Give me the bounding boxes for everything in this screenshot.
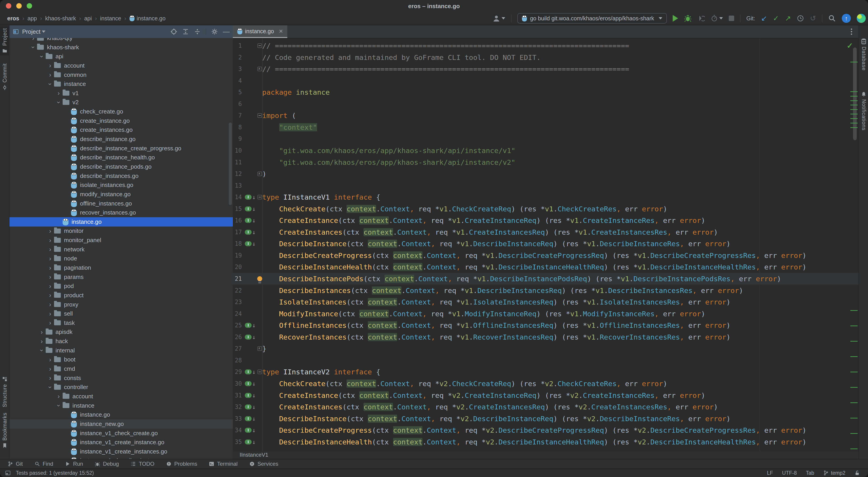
debug-button[interactable] — [684, 14, 692, 22]
implemented-interface-icon[interactable]: I — [245, 206, 252, 211]
intention-lightbulb-icon[interactable] — [257, 276, 262, 281]
status-widget-temp2[interactable]: temp2 — [823, 470, 845, 476]
editor-scrollbar[interactable] — [853, 48, 857, 140]
chevron-expanded-icon[interactable]: › — [46, 383, 54, 391]
tree-item-monitor-panel[interactable]: ›monitor_panel — [9, 236, 233, 245]
tree-item-product[interactable]: ›product — [9, 291, 233, 300]
implemented-interface-icon[interactable]: I — [245, 440, 252, 444]
tool-window-button-find[interactable]: Find — [35, 461, 53, 467]
stripe-mark[interactable] — [850, 310, 858, 311]
run-configuration-select[interactable]: go build git.woa.com/khaos/eros/app/khao… — [518, 13, 667, 24]
code-line-16[interactable]: 16I↓ CreateInstance(ctx context.Context,… — [233, 214, 859, 226]
chevron-collapsed-icon[interactable]: › — [29, 38, 37, 42]
code-line-19[interactable]: 19 DescribeCreateProgress(ctx context.Co… — [233, 249, 859, 261]
implemented-interface-icon[interactable]: I — [245, 393, 252, 398]
fold-marker-icon[interactable] — [257, 43, 262, 48]
chevron-collapsed-icon[interactable]: › — [38, 328, 46, 336]
chevron-collapsed-icon[interactable]: › — [46, 237, 54, 244]
chevron-collapsed-icon[interactable]: › — [46, 365, 54, 372]
stripe-mark[interactable] — [850, 96, 858, 96]
expand-all-icon[interactable] — [182, 28, 189, 35]
tree-item-monitor[interactable]: ›monitor — [9, 226, 233, 236]
search-everywhere-icon[interactable] — [828, 14, 836, 22]
tree-item-instance-v1-describe-instance-go[interactable]: instance_v1_describe_instance.go — [9, 456, 233, 459]
chevron-expanded-icon[interactable]: › — [30, 43, 37, 51]
status-widget-lock[interactable] — [855, 470, 860, 476]
tree-item-boot[interactable]: ›boot — [9, 355, 233, 364]
code-line-33[interactable]: 33I↓ DescribeInstance(ctx context.Contex… — [233, 413, 859, 424]
tool-window-button-problems[interactable]: Problems — [166, 461, 197, 467]
stripe-mark[interactable] — [850, 418, 858, 418]
chevron-collapsed-icon[interactable]: › — [46, 62, 54, 69]
fold-marker-icon[interactable] — [257, 67, 262, 71]
tree-item-proxy[interactable]: ›proxy — [9, 300, 233, 309]
implemented-interface-icon[interactable]: I — [245, 416, 252, 421]
locate-file-icon[interactable] — [170, 28, 177, 35]
tree-item-modify-instance-go[interactable]: modify_instance.go — [9, 190, 233, 199]
code-line-20[interactable]: 20 DescribeInstanceHealth(ctx context.Co… — [233, 261, 859, 273]
gear-icon[interactable] — [211, 28, 218, 35]
implemented-interface-icon[interactable]: I — [245, 218, 252, 223]
code-line-23[interactable]: 23 IsolateInstances(ctx context.Context,… — [233, 296, 859, 308]
stripe-mark[interactable] — [850, 105, 858, 106]
project-panel-header[interactable]: Project — — [9, 25, 233, 38]
git-update-icon[interactable]: ↙ — [761, 15, 767, 22]
code-line-13[interactable]: 13 — [233, 180, 859, 191]
tree-item-describe-instance-go[interactable]: describe_instance.go — [9, 135, 233, 144]
chevron-expanded-icon[interactable]: › — [46, 80, 54, 88]
status-widget-utf-8[interactable]: UTF-8 — [782, 470, 797, 476]
layout-icon[interactable] — [5, 470, 11, 476]
tree-item-account[interactable]: ›account — [9, 61, 233, 70]
sidebar-item-bookmarks[interactable]: Bookmarks — [0, 411, 9, 450]
code-line-21[interactable]: 21 DescribeInstancePods(ctx context.Cont… — [233, 273, 859, 285]
run-button[interactable] — [673, 15, 678, 22]
stripe-mark[interactable] — [850, 403, 858, 403]
code-line-7[interactable]: 7import ( — [233, 110, 859, 121]
profiler-button[interactable] — [711, 15, 723, 22]
fold-marker-icon[interactable] — [257, 113, 262, 118]
code-line-1[interactable]: 1// ====================================… — [233, 40, 859, 52]
status-widget-tab[interactable]: Tab — [806, 470, 814, 476]
tree-item-khaos-qty[interactable]: ›khaos-qty — [9, 38, 233, 43]
code-line-24[interactable]: 24 ModifyInstance(ctx context.Context, r… — [233, 308, 859, 320]
chevron-collapsed-icon[interactable]: › — [46, 319, 54, 326]
breadcrumb-item[interactable]: instance — [100, 15, 121, 22]
stripe-mark[interactable] — [850, 127, 858, 128]
chevron-collapsed-icon[interactable]: › — [46, 282, 54, 290]
code-line-34[interactable]: 34I↓ DescribeCreateProgress(ctx context.… — [233, 424, 859, 436]
implemented-interface-icon[interactable]: I — [245, 230, 252, 235]
hide-panel-icon[interactable]: — — [223, 28, 230, 35]
chevron-collapsed-icon[interactable]: › — [46, 375, 54, 382]
chevron-collapsed-icon[interactable]: › — [38, 338, 46, 345]
stripe-mark[interactable] — [850, 62, 858, 62]
stripe-mark[interactable] — [850, 341, 858, 341]
code-line-32[interactable]: 32I↓ CreateInstances(ctx context.Context… — [233, 401, 859, 413]
code-line-2[interactable]: 2// Code generated and maintained by GoF… — [233, 52, 859, 63]
tree-item-node[interactable]: ›node — [9, 254, 233, 263]
history-clock-icon[interactable] — [797, 15, 804, 22]
tree-item-describe-instances-go[interactable]: describe_instances.go — [9, 171, 233, 181]
chevron-collapsed-icon[interactable]: › — [46, 292, 54, 299]
status-widget-lf[interactable]: LF — [767, 470, 773, 476]
chevron-collapsed-icon[interactable]: › — [46, 246, 54, 253]
tool-window-button-services[interactable]: Services — [249, 461, 278, 467]
stripe-mark[interactable] — [850, 114, 858, 114]
breadcrumb-item[interactable]: khaos-shark — [45, 15, 76, 22]
tree-item-offline-instances-go[interactable]: offline_instances.go — [9, 199, 233, 208]
tree-item-controller[interactable]: ›controller — [9, 383, 233, 392]
tool-window-button-run[interactable]: Run — [65, 461, 83, 467]
close-icon[interactable]: × — [279, 27, 283, 35]
code-line-25[interactable]: 25I↓ OfflineInstances(ctx context.Contex… — [233, 320, 859, 331]
tree-item-api[interactable]: ›api — [9, 52, 233, 61]
tool-window-button-git[interactable]: Git — [8, 461, 23, 467]
code-line-14[interactable]: 14I↓type IInstanceV1 interface { — [233, 191, 859, 203]
implemented-interface-icon[interactable]: I — [245, 195, 252, 200]
code-line-10[interactable]: 10 "git.woa.com/khaos/eros/app/khaos-sha… — [233, 145, 859, 156]
tree-item-instance-go[interactable]: instance.go — [9, 217, 233, 227]
tree-item-check-create-go[interactable]: check_create.go — [9, 107, 233, 116]
breadcrumb-item[interactable]: api — [84, 15, 92, 22]
tree-item-apisdk[interactable]: ›apisdk — [9, 327, 233, 337]
breadcrumb-item[interactable]: app — [27, 15, 37, 22]
code-line-22[interactable]: 22 DescribeInstances(ctx context.Context… — [233, 285, 859, 296]
breadcrumb-item[interactable]: instance.go — [137, 15, 166, 22]
